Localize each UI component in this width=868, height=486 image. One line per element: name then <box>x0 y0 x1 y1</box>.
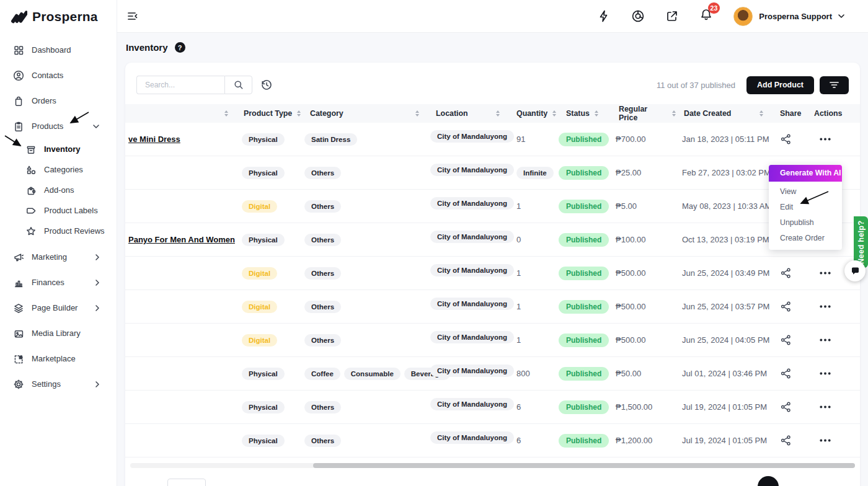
sort-control[interactable] <box>552 110 556 117</box>
date-created-value: Oct 13, 2023 | 03:19 PM <box>676 235 772 244</box>
sort-control[interactable] <box>297 110 301 117</box>
page-size-select[interactable] <box>167 479 206 486</box>
page-help-icon[interactable]: ? <box>175 42 185 53</box>
row-actions-button[interactable] <box>820 272 831 275</box>
sidebar-item-label: Add-ons <box>44 185 74 195</box>
ellipsis-icon <box>820 305 831 308</box>
search-input[interactable] <box>136 76 224 94</box>
add-ons-icon <box>25 185 37 196</box>
sort-control[interactable] <box>415 110 419 117</box>
table-row: PhysicalOthersCity of Mandaluyong6Publis… <box>125 424 860 457</box>
ellipsis-icon <box>820 138 831 141</box>
scrollbar-thumb[interactable] <box>313 463 855 468</box>
product-name-link[interactable]: ve Mini Dress <box>128 135 180 144</box>
row-actions-button[interactable] <box>820 338 831 342</box>
date-created-value: May 08, 2023 | 10:33 AM <box>676 201 772 211</box>
chat-button[interactable] <box>844 260 866 281</box>
external-link-button[interactable] <box>665 9 679 23</box>
browse-store-button[interactable] <box>631 9 645 23</box>
menu-item-view[interactable]: View <box>769 184 842 200</box>
sort-control[interactable] <box>496 110 500 117</box>
dashboard-icon <box>13 45 24 56</box>
category-badge: Consumable <box>344 368 401 380</box>
sort-control[interactable] <box>760 110 763 117</box>
date-created-value: Jul 01, 2024 | 03:46 PM <box>676 369 772 378</box>
search-history-button[interactable] <box>260 79 273 91</box>
location-badge: City of Mandaluyong <box>430 164 514 176</box>
row-actions-button[interactable] <box>820 372 831 375</box>
sidebar-item-orders[interactable]: Orders <box>0 88 117 113</box>
row-actions-button[interactable] <box>820 405 831 409</box>
column-header-category: Category <box>302 109 428 118</box>
sidebar-collapse-button[interactable] <box>126 9 140 23</box>
category-badge: Others <box>304 435 341 447</box>
sidebar-item-settings[interactable]: Settings <box>0 371 117 397</box>
status-badge: Published <box>559 367 609 381</box>
quantity-value: 0 <box>516 235 521 244</box>
row-actions-button[interactable] <box>820 439 831 442</box>
share-button[interactable] <box>781 268 791 278</box>
sidebar-item-inventory[interactable]: Inventory <box>0 139 117 159</box>
menu-item-generate-with-ai[interactable]: Generate With AI <box>769 165 842 182</box>
menu-item-unpublish[interactable]: Unpublish <box>769 215 842 231</box>
sidebar-item-add-ons[interactable]: Add-ons <box>0 180 117 200</box>
sort-control[interactable] <box>224 110 228 117</box>
sidebar-item-marketing[interactable]: Marketing <box>0 244 117 270</box>
quick-actions-button[interactable] <box>597 9 611 23</box>
share-icon <box>781 435 791 446</box>
megaphone-icon <box>13 252 24 263</box>
share-button[interactable] <box>781 335 791 345</box>
sidebar-item-product-reviews[interactable]: Product Reviews <box>0 221 117 241</box>
marketplace-icon <box>13 353 24 365</box>
chevron-right-icon <box>95 254 99 260</box>
history-icon <box>260 79 273 91</box>
quantity-value: 1 <box>516 268 521 278</box>
quantity-value: 1 <box>516 201 521 211</box>
location-badge: City of Mandaluyong <box>430 365 514 377</box>
category-badge: Others <box>304 334 341 347</box>
date-created-value: Jul 19, 2024 | 01:05 PM <box>676 402 772 412</box>
sidebar-item-marketplace[interactable]: Marketplace <box>0 346 117 371</box>
orders-icon <box>13 95 24 107</box>
quantity-value: 6 <box>516 436 521 445</box>
sort-control[interactable] <box>595 110 598 117</box>
target-icon <box>631 9 645 23</box>
share-button[interactable] <box>781 134 791 144</box>
location-badge: City of Mandaluyong <box>430 197 514 210</box>
location-badge: City of Mandaluyong <box>430 231 514 243</box>
row-actions-button[interactable] <box>820 138 831 141</box>
sidebar-item-categories[interactable]: Categories <box>0 159 117 180</box>
product-name-link[interactable]: Panyo For Men And Women <box>128 235 235 244</box>
regular-price-value: ₱50.00 <box>611 369 676 378</box>
table-row: DigitalOthersCity of Mandaluyong1Publish… <box>125 257 860 290</box>
sidebar-item-finances[interactable]: Finances <box>0 270 117 295</box>
row-actions-button[interactable] <box>820 305 831 308</box>
share-button[interactable] <box>781 402 791 412</box>
quantity-value: 6 <box>516 402 521 412</box>
quantity-badge: Infinite <box>516 167 554 179</box>
user-menu[interactable]: Prosperna Support <box>733 7 844 26</box>
sidebar-item-products[interactable]: Products <box>0 113 117 139</box>
menu-item-create-order[interactable]: Create Order <box>769 231 842 246</box>
pagination-page-button[interactable] <box>758 476 779 486</box>
share-button[interactable] <box>781 368 791 379</box>
sidebar-item-dashboard[interactable]: Dashboard <box>0 37 117 63</box>
menu-item-edit[interactable]: Edit <box>769 200 842 215</box>
table-row: PhysicalOthersCity of Mandaluyong6Publis… <box>125 391 860 424</box>
add-product-button[interactable]: Add Product <box>746 76 814 94</box>
category-badge: Others <box>304 200 341 213</box>
horizontal-scrollbar[interactable] <box>130 463 855 468</box>
share-button[interactable] <box>781 435 791 446</box>
notifications-button[interactable]: 23 <box>699 8 713 24</box>
table-row: PhysicalCoffeeConsumableBeverageCity of … <box>125 357 860 391</box>
date-created-value: Jun 25, 2024 | 03:49 PM <box>676 268 772 278</box>
sidebar-item-media-library[interactable]: Media Library <box>0 320 117 346</box>
filter-button[interactable] <box>820 76 849 94</box>
share-button[interactable] <box>781 301 791 312</box>
sidebar-item-contacts[interactable]: Contacts <box>0 63 117 88</box>
sidebar-item-product-labels[interactable]: Product Labels <box>0 200 117 221</box>
bar-chart-icon <box>13 277 24 288</box>
brand-name: Prosperna <box>32 9 98 24</box>
search-button[interactable] <box>224 76 252 94</box>
sidebar-item-page-builder[interactable]: Page Builder <box>0 295 117 320</box>
